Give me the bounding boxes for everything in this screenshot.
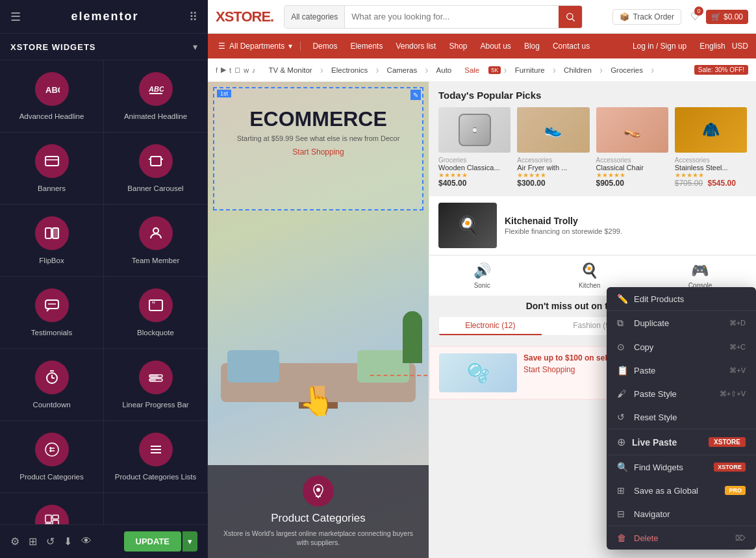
youtube-icon[interactable]: ▶: [221, 66, 226, 74]
kitchenaid-subtitle: Flexible financing on storewide $299.: [505, 227, 747, 235]
copy-icon: ⊙: [617, 342, 627, 352]
whatsapp-icon[interactable]: w: [244, 66, 249, 74]
cat-groceries[interactable]: Groceries: [605, 66, 648, 74]
nav-shop[interactable]: Shop: [442, 42, 473, 51]
cat-sale[interactable]: Sale: [459, 66, 485, 74]
cart-button[interactable]: 🛒 $0.00: [706, 10, 748, 24]
nav-vendors[interactable]: Vendors list: [389, 42, 442, 51]
context-edit-products[interactable]: ✏️ Edit Products: [607, 287, 756, 311]
cat-children[interactable]: Children: [559, 66, 597, 74]
widget-product-categories[interactable]: Product Categories: [0, 421, 104, 493]
widget-icon-blockquote: ": [139, 288, 173, 322]
widget-categories-masonry[interactable]: Categories Masonry: [0, 493, 104, 524]
kitchen-icon: 🍳: [581, 262, 598, 279]
cat-cameras[interactable]: Cameras: [382, 66, 423, 74]
cat-electronics[interactable]: Electronics: [326, 66, 373, 74]
wishlist-button[interactable]: ♡ 0: [690, 10, 699, 23]
search-category-dropdown[interactable]: All categories: [284, 6, 345, 28]
paste-style-shortcut: ⌘+⇧+V: [720, 390, 746, 398]
update-button[interactable]: UPDATE: [124, 531, 181, 552]
delete-label: Delete: [634, 533, 735, 543]
history-icon[interactable]: ↺: [46, 535, 55, 548]
widget-linear-progress-bar[interactable]: Linear Progress Bar: [104, 349, 208, 421]
context-paste-style[interactable]: 🖌 Paste Style ⌘+⇧+V: [607, 382, 756, 405]
sale-promo-badge[interactable]: Sale: 30% OFF!: [694, 65, 748, 75]
chevron-down-icon[interactable]: ▾: [193, 42, 197, 52]
product-card-0[interactable]: ⌚ Groceries Wooden Classica... ★★★★★ $40…: [438, 107, 510, 188]
context-duplicate[interactable]: ⧉ Duplicate ⌘+D: [607, 311, 756, 335]
cat-icon-console[interactable]: 🎮 Console: [688, 262, 712, 289]
context-paste[interactable]: 📋 Paste ⌘+V: [607, 359, 756, 382]
widget-testimonials[interactable]: Testimonials: [0, 277, 104, 349]
nav-login[interactable]: Log in / Sign up: [626, 42, 693, 51]
svg-text:ABC: ABC: [148, 85, 164, 93]
instagram-icon[interactable]: ◻: [234, 66, 240, 74]
hamburger-icon[interactable]: ☰: [10, 10, 21, 24]
nav-contact[interactable]: Contact us: [546, 42, 596, 51]
widget-team-member[interactable]: Team Member: [104, 205, 208, 277]
banner-cta[interactable]: Start Shopping: [227, 147, 409, 157]
download-icon[interactable]: ⬇: [64, 535, 72, 548]
widget-product-categories-lists[interactable]: Product Categories Lists: [104, 421, 208, 493]
widget-countdown[interactable]: Countdown: [0, 349, 104, 421]
sidebar-footer: ⚙ ⊞ ↺ ⬇ 👁 UPDATE ▾: [0, 524, 208, 558]
tiktok-icon[interactable]: ♪: [252, 66, 256, 74]
departments-menu[interactable]: ☰ All Departments ▾: [216, 42, 301, 51]
track-order-button[interactable]: 📦 Track Order: [612, 9, 681, 25]
kitchenaid-info: Kitchenaid Trolly Flexible financing on …: [505, 216, 747, 235]
cat-auto[interactable]: Auto: [431, 66, 457, 74]
currency-selector[interactable]: USD: [732, 42, 748, 51]
live-paste-label: Live Paste: [632, 437, 709, 448]
facebook-icon[interactable]: f: [216, 66, 218, 74]
product-stars-1: ★★★★★: [517, 171, 589, 179]
widget-label-testimonials: Testimonials: [31, 329, 72, 336]
widget-banners[interactable]: Banners: [0, 133, 104, 205]
widget-icon-team-member: [139, 216, 173, 250]
sidebar: ☰ elementor ⠿ XSTORE WIDGETS ▾ ABC Advan…: [0, 0, 208, 558]
context-navigator[interactable]: ⊟ Navigator: [607, 502, 756, 526]
widget-flipbox[interactable]: FlipBox: [0, 205, 104, 277]
banner-headline: ECOMMERCE: [227, 108, 409, 131]
cushion-right: [357, 350, 409, 383]
edit-icon[interactable]: ✎: [410, 90, 421, 100]
nav-blog[interactable]: Blog: [518, 42, 546, 51]
settings-icon[interactable]: ⚙: [10, 535, 19, 548]
eye-icon[interactable]: 👁: [81, 535, 92, 548]
cursor-hand-icon: 👆: [297, 383, 336, 420]
nav-about[interactable]: About us: [474, 42, 518, 51]
tab-electronic[interactable]: Electronic (12): [439, 317, 542, 335]
popular-picks-title: Today's Popular Picks: [438, 90, 747, 101]
layers-icon[interactable]: ⊞: [29, 535, 37, 548]
cat-tv-monitor[interactable]: TV & Monitor: [264, 66, 318, 74]
widget-animated-headline[interactable]: ABC Animated Headline: [104, 60, 208, 133]
cat-icon-sonic[interactable]: 🔊 Sonic: [473, 262, 491, 289]
search-input[interactable]: [345, 6, 559, 28]
kitchenaid-section: 🍳 Kitchenaid Trolly Flexible financing o…: [429, 196, 756, 255]
paste-label: Paste: [634, 366, 729, 375]
widget-banner-carousel[interactable]: Banner Carousel: [104, 133, 208, 205]
grid-icon[interactable]: ⠿: [189, 10, 197, 24]
cat-furniture[interactable]: Furniture: [510, 66, 550, 74]
context-save-global[interactable]: ⊞ Save as a Global PRO: [607, 479, 756, 502]
cat-icon-kitchen[interactable]: 🍳 Kitchen: [579, 262, 600, 289]
product-card-3[interactable]: 🧥 Accessories Stainless Steel... ★★★★★ $…: [675, 107, 747, 188]
product-cat-1: Accessories: [517, 157, 589, 164]
context-find-widgets[interactable]: 🔍 Find Widgets XSTORE: [607, 455, 756, 479]
update-dropdown-button[interactable]: ▾: [183, 531, 197, 552]
widget-label-linear-progress-bar: Linear Progress Bar: [122, 401, 188, 409]
context-delete[interactable]: 🗑 Delete ⌦: [607, 526, 756, 550]
product-card-1[interactable]: 👟 Accessories Air Fryer with ... ★★★★★ $…: [517, 107, 589, 188]
product-card-2[interactable]: 👡 Accessories Classical Chair ★★★★★ $905…: [596, 107, 668, 188]
context-reset-style[interactable]: ↺ Reset Style: [607, 405, 756, 429]
widget-blockquote[interactable]: " Blockquote: [104, 277, 208, 349]
twitter-icon[interactable]: t: [229, 66, 231, 74]
widget-advanced-headline[interactable]: ABC Advanced Headline: [0, 60, 104, 133]
nav-demos[interactable]: Demos: [306, 42, 344, 51]
nav-elements[interactable]: Elements: [344, 42, 389, 51]
context-live-paste[interactable]: ⊕ Live Paste XSTORE: [607, 429, 756, 455]
context-copy[interactable]: ⊙ Copy ⌘+C: [607, 335, 756, 359]
product-price-1: $300.00: [517, 179, 589, 188]
widget-icon-advanced-headline: ABC: [35, 72, 69, 106]
search-button[interactable]: [559, 6, 582, 28]
language-selector[interactable]: English: [699, 42, 725, 51]
